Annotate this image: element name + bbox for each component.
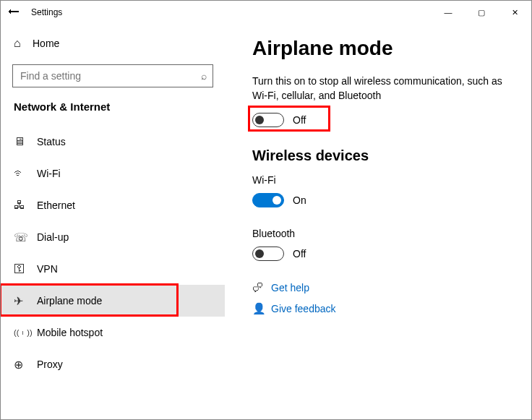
dialup-icon: ☏ (14, 231, 37, 244)
minimize-button[interactable]: — (432, 1, 465, 24)
sidebar-item-label: Airplane mode (37, 295, 102, 307)
wifi-toggle-label: On (293, 194, 306, 206)
search-icon: ⌕ (201, 70, 207, 82)
sidebar-item-label: Proxy (37, 359, 63, 370)
sidebar-item-proxy[interactable]: ⊕ Proxy (1, 348, 225, 380)
sidebar-item-label: Mobile hotspot (37, 327, 103, 338)
main-panel: Airplane mode Turn this on to stop all w… (225, 24, 531, 419)
sidebar-item-wifi[interactable]: ᯤ Wi-Fi (1, 158, 225, 189)
get-help-link[interactable]: 🗪 Get help (252, 281, 514, 293)
category-header: Network & Internet (1, 100, 225, 126)
sidebar: ⌂ Home ⌕ Network & Internet 🖥 Status ᯤ W… (1, 24, 225, 419)
wifi-icon: ᯤ (14, 167, 37, 180)
sidebar-item-vpn[interactable]: ⚿ VPN (1, 253, 225, 285)
wifi-toggle[interactable] (252, 193, 284, 207)
proxy-icon: ⊕ (14, 358, 37, 372)
back-button[interactable]: 🠔 (8, 6, 28, 19)
help-icon: 🗪 (252, 281, 271, 293)
sidebar-item-label: Dial-up (37, 231, 69, 243)
home-button[interactable]: ⌂ Home (1, 30, 225, 57)
feedback-icon: 👤 (252, 302, 271, 315)
vpn-icon: ⚿ (14, 262, 37, 275)
bluetooth-toggle-label: Off (293, 248, 306, 260)
ethernet-icon: 🖧 (14, 199, 37, 212)
sidebar-item-label: Wi-Fi (37, 168, 61, 179)
caption-buttons: — ▢ ✕ (432, 1, 531, 24)
sidebar-item-ethernet[interactable]: 🖧 Ethernet (1, 189, 225, 221)
home-label: Home (33, 38, 59, 49)
give-feedback-link[interactable]: 👤 Give feedback (252, 302, 514, 315)
page-title: Airplane mode (252, 37, 514, 60)
bluetooth-device-label: Bluetooth (252, 228, 514, 239)
wireless-devices-header: Wireless devices (252, 147, 514, 164)
home-icon: ⌂ (14, 37, 33, 50)
airplane-toggle-row: Off (252, 110, 514, 130)
window-title: Settings (28, 7, 432, 17)
search-box[interactable]: ⌕ (12, 64, 213, 87)
maximize-button[interactable]: ▢ (465, 1, 498, 24)
bluetooth-toggle[interactable] (252, 247, 284, 261)
airplane-toggle[interactable] (252, 113, 284, 127)
hotspot-icon: ((၊)) (14, 328, 37, 337)
wifi-device-label: Wi-Fi (252, 174, 514, 186)
give-feedback-label: Give feedback (271, 303, 336, 314)
sidebar-item-mobile-hotspot[interactable]: ((၊)) Mobile hotspot (1, 317, 225, 348)
sidebar-item-label: Ethernet (37, 200, 75, 211)
sidebar-item-airplane-mode[interactable]: ✈ Airplane mode (1, 285, 225, 317)
get-help-label: Get help (271, 282, 309, 293)
wifi-toggle-row: On (252, 190, 514, 210)
sidebar-item-dialup[interactable]: ☏ Dial-up (1, 221, 225, 253)
titlebar: 🠔 Settings — ▢ ✕ (1, 1, 531, 24)
sidebar-item-label: VPN (37, 263, 58, 275)
bluetooth-toggle-row: Off (252, 244, 514, 264)
search-input[interactable] (19, 69, 201, 82)
close-button[interactable]: ✕ (498, 1, 531, 24)
airplane-icon: ✈ (14, 294, 37, 308)
sidebar-item-label: Status (37, 136, 66, 147)
sidebar-item-status[interactable]: 🖥 Status (1, 126, 225, 158)
airplane-toggle-label: Off (293, 114, 306, 126)
status-icon: 🖥 (14, 135, 37, 148)
airplane-description: Turn this on to stop all wireless commun… (252, 74, 514, 103)
